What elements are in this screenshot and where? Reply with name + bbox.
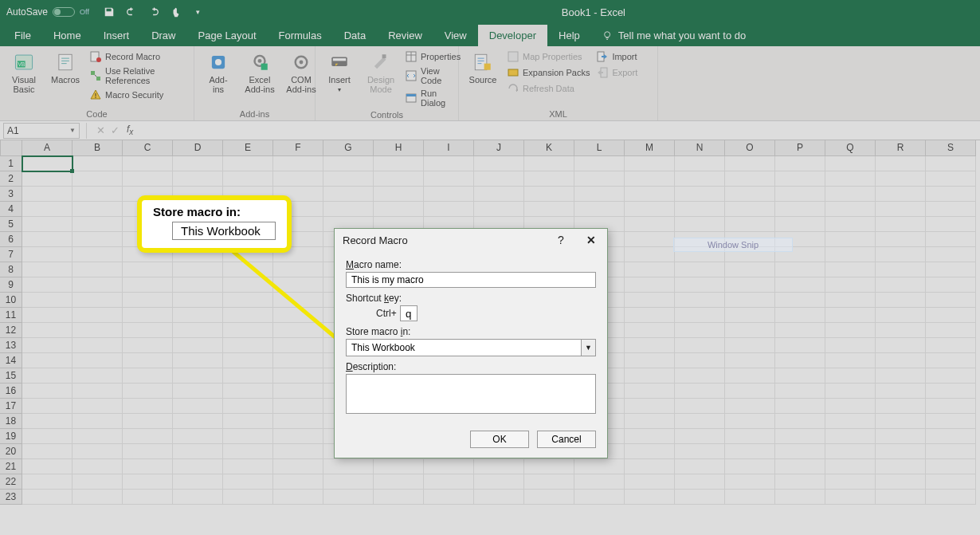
cell[interactable] xyxy=(725,490,775,505)
cell[interactable] xyxy=(775,187,825,202)
cell[interactable] xyxy=(223,156,273,171)
cell[interactable] xyxy=(323,156,374,171)
cell[interactable] xyxy=(926,202,976,217)
cell[interactable] xyxy=(775,323,825,338)
cell[interactable] xyxy=(223,490,273,505)
cell[interactable] xyxy=(73,368,123,384)
cell[interactable] xyxy=(926,217,976,232)
cell[interactable] xyxy=(22,156,73,171)
cell[interactable] xyxy=(675,459,725,474)
cell[interactable] xyxy=(876,353,926,368)
cell[interactable] xyxy=(675,429,725,444)
cell[interactable] xyxy=(825,368,876,384)
cell[interactable] xyxy=(123,293,173,308)
cell[interactable] xyxy=(876,414,926,429)
cell[interactable] xyxy=(725,323,775,338)
cell[interactable] xyxy=(223,474,273,490)
use-relative-button[interactable]: Use Relative References xyxy=(88,65,189,86)
cell[interactable] xyxy=(926,414,976,429)
cell[interactable] xyxy=(675,414,725,429)
cell[interactable] xyxy=(625,474,675,490)
cell[interactable] xyxy=(22,277,73,293)
autosave-toggle[interactable]: AutoSave Off xyxy=(6,6,89,18)
cell[interactable] xyxy=(625,399,675,414)
cell[interactable] xyxy=(725,262,775,277)
cell[interactable] xyxy=(22,399,73,414)
cell[interactable] xyxy=(675,323,725,338)
cell[interactable] xyxy=(22,414,73,429)
cell[interactable] xyxy=(876,399,926,414)
cell[interactable] xyxy=(625,232,675,247)
cell[interactable] xyxy=(825,232,876,247)
cell[interactable] xyxy=(876,384,926,399)
cell[interactable] xyxy=(574,202,625,217)
cell[interactable] xyxy=(273,368,323,384)
cell[interactable] xyxy=(625,217,675,232)
row-header[interactable]: 8 xyxy=(0,262,22,277)
cell[interactable] xyxy=(73,459,123,474)
cell[interactable] xyxy=(725,353,775,368)
cell[interactable] xyxy=(73,293,123,308)
cell[interactable] xyxy=(725,156,775,171)
cell[interactable] xyxy=(926,293,976,308)
cell[interactable] xyxy=(775,353,825,368)
row-header[interactable]: 21 xyxy=(0,459,22,474)
cell[interactable] xyxy=(173,474,223,490)
cell[interactable] xyxy=(876,308,926,323)
cell[interactable] xyxy=(876,474,926,490)
cell[interactable] xyxy=(22,308,73,323)
cell[interactable] xyxy=(725,217,775,232)
save-icon[interactable] xyxy=(102,5,116,19)
name-box[interactable]: A1▼ xyxy=(3,123,80,139)
cell[interactable] xyxy=(173,171,223,187)
tab-view[interactable]: View xyxy=(433,25,478,46)
cell[interactable] xyxy=(424,459,474,474)
cell[interactable] xyxy=(424,202,474,217)
cell[interactable] xyxy=(223,384,273,399)
column-header[interactable]: L xyxy=(574,140,625,156)
cell[interactable] xyxy=(675,444,725,459)
cell[interactable] xyxy=(725,277,775,293)
cell[interactable] xyxy=(625,384,675,399)
cell[interactable] xyxy=(173,368,223,384)
tab-formulas[interactable]: Formulas xyxy=(268,25,333,46)
cell[interactable] xyxy=(123,156,173,171)
cell[interactable] xyxy=(273,490,323,505)
cell[interactable] xyxy=(374,490,424,505)
cell[interactable] xyxy=(173,384,223,399)
cell[interactable] xyxy=(926,323,976,338)
expansion-packs-button[interactable]: Expansion Packs xyxy=(505,65,591,80)
cell[interactable] xyxy=(675,156,725,171)
cell[interactable] xyxy=(374,156,424,171)
cell[interactable] xyxy=(675,202,725,217)
cell[interactable] xyxy=(73,414,123,429)
cell[interactable] xyxy=(524,156,574,171)
cell[interactable] xyxy=(876,232,926,247)
cell[interactable] xyxy=(926,399,976,414)
cell[interactable] xyxy=(725,171,775,187)
description-input[interactable] xyxy=(346,374,596,414)
cell[interactable] xyxy=(173,353,223,368)
cell[interactable] xyxy=(825,399,876,414)
cell[interactable] xyxy=(725,187,775,202)
cell[interactable] xyxy=(675,353,725,368)
cell[interactable] xyxy=(725,474,775,490)
row-header[interactable]: 1 xyxy=(0,156,22,171)
cell[interactable] xyxy=(474,202,524,217)
column-header[interactable]: N xyxy=(675,140,725,156)
cell[interactable] xyxy=(825,353,876,368)
cell[interactable] xyxy=(725,444,775,459)
cell[interactable] xyxy=(825,490,876,505)
dialog-titlebar[interactable]: Record Macro ? ✕ xyxy=(335,229,607,251)
cell[interactable] xyxy=(725,308,775,323)
cell[interactable] xyxy=(625,323,675,338)
row-header[interactable]: 17 xyxy=(0,399,22,414)
cell[interactable] xyxy=(173,156,223,171)
cell[interactable] xyxy=(73,338,123,353)
cell[interactable] xyxy=(524,202,574,217)
row-header[interactable]: 11 xyxy=(0,308,22,323)
column-header[interactable]: P xyxy=(775,140,825,156)
cell[interactable] xyxy=(675,308,725,323)
source-button[interactable]: Source xyxy=(464,49,502,86)
store-in-combo[interactable]: ▼ xyxy=(346,339,596,356)
